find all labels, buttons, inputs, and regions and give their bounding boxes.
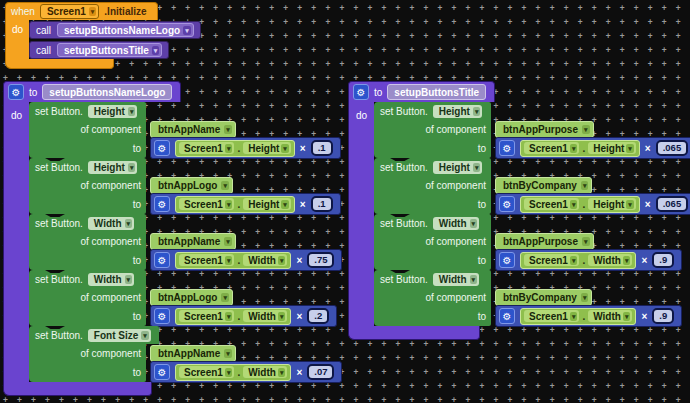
screen-property-getter-block[interactable]: Screen1 ▾ . Height ▾ — [175, 140, 295, 157]
procedure-setupButtonsTitle-block[interactable]: ⚙ to setupButtonsTitle do set Button. He… — [348, 81, 690, 340]
property-dropdown[interactable]: Height ▾ — [243, 142, 291, 154]
property-dropdown[interactable]: Width ▾ — [433, 217, 479, 230]
number-block[interactable]: .2 — [307, 308, 329, 324]
screen-dropdown[interactable]: Screen1 ▾ — [179, 198, 234, 210]
set-property-block[interactable]: set Button. Width ▾ of component btnByCo… — [374, 270, 690, 326]
when-screen1-initialize-block[interactable]: when Screen1 ▾ .Initialize do call setup… — [5, 2, 201, 69]
set-property-block[interactable]: set Button. Width ▾ of component btnAppL… — [29, 270, 342, 326]
property-dropdown[interactable]: Width ▾ — [88, 273, 134, 286]
multiply-block[interactable]: ⚙ Screen1 ▾ . Height ▾ × .1 — [150, 193, 341, 215]
gear-icon[interactable]: ⚙ — [154, 196, 170, 212]
screen-property-getter-block[interactable]: Screen1 ▾ . Width ▾ — [520, 252, 636, 269]
set-property-block[interactable]: set Button. Height ▾ of component btnApp… — [29, 102, 342, 158]
component-block[interactable]: btnAppName ▾ — [150, 121, 236, 138]
multiply-block[interactable]: ⚙ Screen1 ▾ . Width ▾ × .2 — [150, 305, 337, 327]
component-block[interactable]: btnByCompany ▾ — [495, 289, 592, 306]
property-dropdown[interactable]: Height ▾ — [588, 198, 636, 210]
property-dropdown[interactable]: Height ▾ — [88, 105, 138, 118]
gear-icon[interactable]: ⚙ — [499, 196, 515, 212]
component-block[interactable]: btnAppLogo ▾ — [150, 177, 233, 194]
number-block[interactable]: .1 — [311, 196, 333, 212]
set-property-block[interactable]: set Button. Width ▾ of component btnAppN… — [29, 214, 342, 270]
multiply-block[interactable]: ⚙ Screen1 ▾ . Width ▾ × .75 — [150, 249, 342, 271]
property-dropdown[interactable]: Width ▾ — [243, 310, 287, 322]
number-block[interactable]: .9 — [652, 308, 674, 324]
number-block[interactable]: .9 — [652, 252, 674, 268]
screen-dropdown[interactable]: Screen1 ▾ — [524, 310, 579, 322]
multiply-block[interactable]: ⚙ Screen1 ▾ . Width ▾ × .9 — [495, 305, 682, 327]
set-property-block[interactable]: set Button. Font Size ▾ of component btn… — [29, 326, 342, 382]
screen-property-getter-block[interactable]: Screen1 ▾ . Height ▾ — [520, 140, 640, 157]
property-dropdown[interactable]: Font Size ▾ — [88, 329, 151, 342]
property-dropdown[interactable]: Width ▾ — [588, 254, 632, 266]
component-block[interactable]: btnAppLogo ▾ — [150, 289, 233, 306]
property-dropdown[interactable]: Height ▾ — [588, 142, 636, 154]
property-dropdown[interactable]: Width ▾ — [243, 254, 287, 266]
screen-dropdown[interactable]: Screen1 ▾ — [179, 142, 234, 154]
gear-icon[interactable]: ⚙ — [154, 140, 170, 156]
property-dropdown[interactable]: Width ▾ — [588, 310, 632, 322]
screen-property-getter-block[interactable]: Screen1 ▾ . Width ▾ — [175, 252, 291, 269]
multiply-block[interactable]: ⚙ Screen1 ▾ . Height ▾ × .1 — [150, 137, 341, 159]
procedure-setupButtonsNameLogo-block[interactable]: ⚙ to setupButtonsNameLogo do set Button.… — [3, 81, 342, 396]
property-dropdown[interactable]: Width ▾ — [433, 273, 479, 286]
procedure-header[interactable]: ⚙ to setupButtonsNameLogo — [3, 81, 181, 102]
call-setupButtonsNameLogo-block[interactable]: call setupButtonsNameLogo ▾ — [29, 21, 201, 39]
multiply-block[interactable]: ⚙ Screen1 ▾ . Width ▾ × .9 — [495, 249, 682, 271]
screen-property-getter-block[interactable]: Screen1 ▾ . Height ▾ — [520, 196, 640, 213]
number-block[interactable]: .065 — [656, 196, 689, 212]
to-label: to — [133, 311, 141, 322]
screen-property-getter-block[interactable]: Screen1 ▾ . Width ▾ — [175, 364, 291, 381]
number-block[interactable]: .07 — [307, 364, 334, 380]
number-block[interactable]: .065 — [656, 140, 689, 156]
multiply-block[interactable]: ⚙ Screen1 ▾ . Width ▾ × .07 — [150, 361, 342, 383]
gear-icon[interactable]: ⚙ — [154, 252, 170, 268]
set-property-block[interactable]: set Button. Height ▾ of component btnByC… — [374, 158, 690, 214]
gear-icon[interactable]: ⚙ — [8, 84, 24, 100]
screen-dropdown[interactable]: Screen1 ▾ — [179, 254, 234, 266]
procedure-header[interactable]: ⚙ to setupButtonsTitle — [348, 81, 495, 102]
property-dropdown[interactable]: Height ▾ — [88, 161, 138, 174]
procedure-name-dropdown[interactable]: setupButtonsTitle ▾ — [57, 43, 162, 57]
screen-dropdown[interactable]: Screen1 ▾ — [524, 142, 579, 154]
procedure-name-field[interactable]: setupButtonsNameLogo — [42, 84, 172, 100]
event-block-header[interactable]: when Screen1 ▾ .Initialize — [5, 2, 158, 20]
gear-icon[interactable]: ⚙ — [154, 364, 170, 380]
property-dropdown[interactable]: Width ▾ — [88, 217, 134, 230]
gear-icon[interactable]: ⚙ — [499, 308, 515, 324]
screen-property-getter-block[interactable]: Screen1 ▾ . Height ▾ — [175, 196, 295, 213]
screen-property-getter-block[interactable]: Screen1 ▾ . Width ▾ — [175, 308, 291, 325]
component-block[interactable]: btnAppPurpose ▾ — [495, 121, 594, 138]
screen-dropdown[interactable]: Screen1 ▾ — [179, 366, 234, 378]
component-block[interactable]: btnAppName ▾ — [150, 345, 236, 362]
property-dropdown[interactable]: Width ▾ — [243, 366, 287, 378]
screen-property-getter-block[interactable]: Screen1 ▾ . Width ▾ — [520, 308, 636, 325]
component-block[interactable]: btnAppPurpose ▾ — [495, 233, 594, 250]
screen-dropdown[interactable]: Screen1 ▾ — [40, 4, 99, 19]
number-block[interactable]: .75 — [307, 252, 334, 268]
procedure-name-field[interactable]: setupButtonsTitle — [387, 84, 486, 100]
property-dropdown[interactable]: Height ▾ — [433, 161, 483, 174]
gear-icon[interactable]: ⚙ — [499, 252, 515, 268]
property-dropdown[interactable]: Height ▾ — [433, 105, 483, 118]
screen-dropdown[interactable]: Screen1 ▾ — [179, 310, 234, 322]
multiply-block[interactable]: ⚙ Screen1 ▾ . Height ▾ × .065 — [495, 193, 690, 215]
property-value: Height — [94, 106, 125, 117]
screen-dropdown[interactable]: Screen1 ▾ — [524, 254, 579, 266]
set-property-block[interactable]: set Button. Width ▾ of component btnAppP… — [374, 214, 690, 270]
set-label: set Button. — [380, 274, 428, 285]
component-block[interactable]: btnAppName ▾ — [150, 233, 236, 250]
gear-icon[interactable]: ⚙ — [353, 84, 369, 100]
multiply-block[interactable]: ⚙ Screen1 ▾ . Height ▾ × .065 — [495, 137, 690, 159]
blocks-workspace[interactable]: ++++++++++++++++++++++++++++++++++++++++… — [0, 0, 690, 403]
property-dropdown[interactable]: Height ▾ — [243, 198, 291, 210]
call-setupButtonsTitle-block[interactable]: call setupButtonsTitle ▾ — [29, 41, 169, 59]
gear-icon[interactable]: ⚙ — [499, 140, 515, 156]
gear-icon[interactable]: ⚙ — [154, 308, 170, 324]
screen-dropdown[interactable]: Screen1 ▾ — [524, 198, 579, 210]
set-property-block[interactable]: set Button. Height ▾ of component btnApp… — [374, 102, 690, 158]
number-block[interactable]: .1 — [311, 140, 333, 156]
set-property-block[interactable]: set Button. Height ▾ of component btnApp… — [29, 158, 342, 214]
procedure-name-dropdown[interactable]: setupButtonsNameLogo ▾ — [57, 23, 194, 37]
component-block[interactable]: btnByCompany ▾ — [495, 177, 592, 194]
